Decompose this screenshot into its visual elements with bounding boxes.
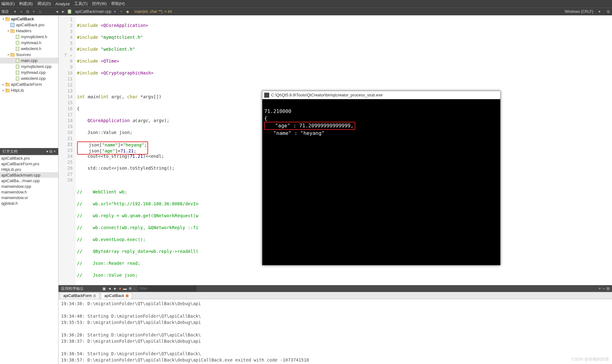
link-icon[interactable]: ⧉ <box>25 9 30 14</box>
line-number: 15 <box>64 100 73 106</box>
line-number: 11 <box>64 76 73 82</box>
add-output-icon[interactable]: + <box>599 286 601 291</box>
clear-icon[interactable]: ▬ <box>123 286 127 291</box>
folder-icon <box>10 52 15 57</box>
expand-icon[interactable]: ▸ <box>1 89 5 92</box>
menu-tools[interactable]: 工具(T) <box>74 1 88 7</box>
dropdown-icon[interactable]: ▾ <box>112 9 117 14</box>
keyword: #include <box>77 70 98 75</box>
menu-widgets[interactable]: 控件(W) <box>92 1 107 7</box>
dock-icon[interactable]: ▣ <box>102 286 106 291</box>
close-panel-icon[interactable]: × <box>54 149 56 154</box>
menu-debug[interactable]: 调试(D) <box>37 1 51 7</box>
output-tab-label: apiCallBack <box>104 294 124 298</box>
comment: // QByteArray reply_data=wb.reply->readA… <box>77 249 198 254</box>
keyword: int <box>77 94 85 99</box>
tree-item[interactable]: webclient.h <box>0 46 58 52</box>
open-file-item[interactable]: mainwindow.ui <box>0 195 58 200</box>
chevron-down-icon[interactable]: ▾ <box>597 9 602 14</box>
tree-item[interactable]: ▸HttpLib <box>0 87 58 93</box>
chevron-down-icon[interactable]: ▾ <box>13 9 18 14</box>
keyword: char <box>127 94 138 99</box>
expand-icon[interactable]: ▸ <box>1 83 5 86</box>
filter-input[interactable] <box>138 286 197 291</box>
svg-rect-14 <box>16 77 19 80</box>
open-documents-list[interactable]: apiCallBack.proapiCallBackForm.proHttpLi… <box>0 155 58 364</box>
open-file-item[interactable]: apiCallBack/main.cpp <box>0 172 58 178</box>
split-icon[interactable]: ⧉ <box>49 149 52 154</box>
nav-forward-icon[interactable]: ► <box>61 9 66 14</box>
split-pane-icon[interactable]: ⧉ <box>606 9 611 14</box>
tree-item[interactable]: main.cpp <box>0 58 58 64</box>
project-tree[interactable]: ▾apiCallBackapiCallBack.pro▾Headersmymqt… <box>0 15 58 148</box>
code-text: ( <box>135 118 137 123</box>
open-file-item[interactable]: qglobal.h <box>0 200 58 206</box>
tree-item[interactable]: ▾apiCallBack <box>0 16 58 22</box>
breadcrumb-function[interactable]: main(int, char **) -> int <box>134 9 172 14</box>
filter-icon[interactable]: ▿ <box>19 9 24 14</box>
type: QCoreApplication <box>88 118 130 123</box>
tree-item[interactable]: mymqttclient.h <box>0 34 58 40</box>
open-file-item[interactable]: mainwindow.h <box>0 189 58 195</box>
menu-help[interactable]: 帮助(H) <box>111 1 125 7</box>
tree-item-label: mythread.h <box>21 40 41 45</box>
tree-item[interactable]: mythread.h <box>0 40 58 46</box>
tree-item[interactable]: mythread.cpp <box>0 69 58 75</box>
tree-item[interactable]: ▾Headers <box>0 28 58 34</box>
line-number: 12 <box>64 82 73 88</box>
line-number: 27 <box>64 171 73 177</box>
panel-selector[interactable]: 项目 <box>1 9 9 14</box>
open-file-item[interactable]: mainwindow.cpp <box>0 183 58 189</box>
close-icon[interactable]: ⊠ <box>93 294 96 298</box>
code-text: ]= <box>115 148 121 153</box>
toolbar: 项目 ▾ ▿ ⧉ + □ ◄ ► apiCallBack/main.cpp ▾ … <box>0 8 612 15</box>
console-body: 71.210000 { "age" : 71.20999999999999, "… <box>262 99 500 262</box>
chevron-down-icon[interactable]: ▾ <box>46 149 48 154</box>
split-icon[interactable]: □ <box>38 9 43 14</box>
output-panel[interactable]: 19:34:38: D:\migrationFolder\QT\apiCallB… <box>59 299 612 364</box>
expand-icon[interactable]: ▾ <box>1 17 5 21</box>
svg-rect-7 <box>16 41 19 45</box>
settings-icon[interactable]: ✲ <box>129 286 132 291</box>
prev-icon[interactable]: ◄ <box>108 286 111 291</box>
tree-item[interactable]: ▾Sources <box>0 52 58 58</box>
console-titlebar[interactable]: C:\Qt\Qt5.9.9\Tools\QtCreator\bin\qtcrea… <box>262 91 500 99</box>
open-file-item[interactable]: apiCallBa.../main.cpp <box>0 178 58 183</box>
next-icon[interactable]: ► <box>113 286 117 291</box>
tree-item[interactable]: apiCallBack.pro <box>0 22 58 28</box>
line-ending-selector[interactable]: Windows (CRLF) <box>565 9 593 14</box>
menu-build[interactable]: 构建(B) <box>19 1 33 7</box>
line-number-gutter: 1234567 ▾8910111213141516171819202122232… <box>59 15 76 285</box>
include-target: <QCryptographicHash> <box>101 70 154 75</box>
close-file-icon[interactable]: × <box>119 9 124 14</box>
menu-analyze[interactable]: Analyze <box>55 2 70 6</box>
minus-output-icon[interactable]: – <box>603 286 605 291</box>
code-text: json[ <box>78 142 102 147</box>
output-tab[interactable]: apiCallBackForm⊠ <box>60 292 100 299</box>
open-file-item[interactable]: HttpLib.pro <box>0 167 58 172</box>
svg-rect-2 <box>5 17 7 18</box>
open-file-item[interactable]: apiCallBack.pro <box>0 155 58 161</box>
split-icon[interactable]: ⧉ <box>607 286 609 291</box>
output-tab[interactable]: apiCallBack⊠ <box>101 292 132 299</box>
open-file-path[interactable]: apiCallBack/main.cpp <box>75 9 111 14</box>
code-text: , <box>148 118 153 123</box>
output-title: 应用程序输出 <box>61 286 84 291</box>
tree-item[interactable]: webclient.cpp <box>0 75 58 81</box>
comment: // Json::Value json; <box>77 273 138 278</box>
close-icon[interactable]: ⊠ <box>126 294 129 298</box>
tree-item[interactable]: mymqttclient.cpp <box>0 64 58 69</box>
expand-icon[interactable]: ▾ <box>6 53 10 56</box>
open-file-item[interactable]: apiCallBackForm.pro <box>0 161 58 167</box>
code-text: []) <box>153 94 161 99</box>
expand-icon[interactable]: ▾ <box>6 29 10 33</box>
console-window[interactable]: C:\Qt\Qt5.9.9\Tools\QtCreator\bin\qtcrea… <box>262 91 501 265</box>
folder-icon <box>5 17 10 22</box>
menu-edit[interactable]: 编辑(E) <box>1 1 15 7</box>
stop-icon[interactable]: ■ <box>119 286 121 291</box>
open-documents-header: 打开文档 ▾ ⧉ × <box>0 148 58 155</box>
tree-item[interactable]: ▸apiCallBackForm <box>0 81 58 87</box>
nav-back-icon[interactable]: ◄ <box>54 9 59 14</box>
svg-rect-6 <box>16 35 19 39</box>
plus-icon[interactable]: + <box>31 9 36 14</box>
